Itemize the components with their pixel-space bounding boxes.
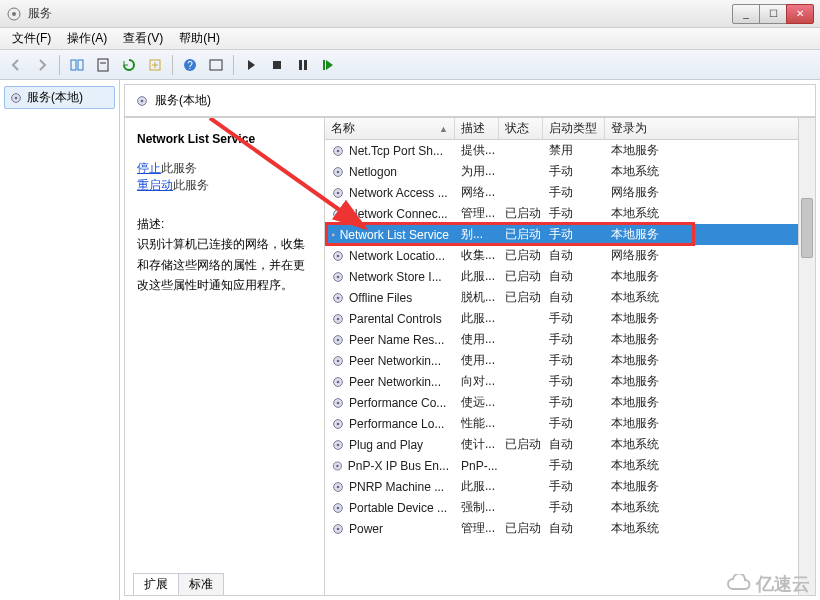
col-status[interactable]: 状态 <box>499 118 543 139</box>
service-row[interactable]: Parental Controls此服...手动本地服务 <box>325 308 815 329</box>
cell-logon: 本地服务 <box>605 478 815 495</box>
tab-standard[interactable]: 标准 <box>178 573 224 595</box>
svg-point-25 <box>337 191 340 194</box>
cell-desc: 管理... <box>455 205 499 222</box>
console-tree[interactable]: 服务(本地) <box>0 80 120 600</box>
properties-button[interactable] <box>91 53 115 77</box>
column-headers[interactable]: 名称▲ 描述 状态 启动类型 登录为 <box>325 118 815 140</box>
start-service-button[interactable] <box>239 53 263 77</box>
svg-point-39 <box>337 338 340 341</box>
service-row[interactable]: Performance Co...使远...手动本地服务 <box>325 392 815 413</box>
cell-name: Network List Service <box>325 228 455 242</box>
vertical-scrollbar[interactable] <box>798 118 815 595</box>
gear-icon <box>331 312 345 326</box>
cell-startup: 手动 <box>543 184 605 201</box>
service-row[interactable]: Portable Device ...强制...手动本地系统 <box>325 497 815 518</box>
cell-desc: 提供... <box>455 142 499 159</box>
svg-marker-10 <box>248 60 255 70</box>
refresh-button[interactable] <box>117 53 141 77</box>
cell-logon: 本地服务 <box>605 142 815 159</box>
separator <box>172 55 173 75</box>
cell-logon: 本地系统 <box>605 520 815 537</box>
service-row[interactable]: Performance Lo...性能...手动本地服务 <box>325 413 815 434</box>
gear-icon <box>9 91 23 105</box>
menu-view[interactable]: 查看(V) <box>115 28 171 49</box>
export-button[interactable] <box>143 53 167 77</box>
gear-icon <box>331 459 344 473</box>
desc-label: 描述: <box>137 214 312 234</box>
cell-logon: 本地服务 <box>605 394 815 411</box>
cell-logon: 本地系统 <box>605 163 815 180</box>
svg-point-43 <box>337 380 340 383</box>
stop-service-button[interactable] <box>265 53 289 77</box>
col-name[interactable]: 名称▲ <box>325 118 455 139</box>
gear-icon <box>6 6 22 22</box>
col-startup[interactable]: 启动类型 <box>543 118 605 139</box>
gear-icon <box>331 207 345 221</box>
menu-file[interactable]: 文件(F) <box>4 28 59 49</box>
gear-icon <box>331 375 345 389</box>
cell-name: Performance Lo... <box>325 417 455 431</box>
tab-extended[interactable]: 扩展 <box>133 573 179 595</box>
cell-desc: 此服... <box>455 268 499 285</box>
pause-service-button[interactable] <box>291 53 315 77</box>
menu-help[interactable]: 帮助(H) <box>171 28 228 49</box>
cell-logon: 网络服务 <box>605 247 815 264</box>
tree-node-services-local[interactable]: 服务(本地) <box>4 86 115 109</box>
svg-rect-15 <box>323 60 325 70</box>
service-row[interactable]: Peer Networkin...向对...手动本地服务 <box>325 371 815 392</box>
stop-link[interactable]: 停止 <box>137 161 161 175</box>
service-row[interactable]: Network Locatio...收集...已启动自动网络服务 <box>325 245 815 266</box>
service-row[interactable]: Network Connec...管理...已启动手动本地系统 <box>325 203 815 224</box>
service-row[interactable]: Network List Service别...已启动手动本地服务 <box>325 224 815 245</box>
service-row[interactable]: PNRP Machine ...此服...手动本地服务 <box>325 476 815 497</box>
scrollbar-thumb[interactable] <box>801 198 813 258</box>
separator <box>59 55 60 75</box>
service-row[interactable]: Peer Networkin...使用...手动本地服务 <box>325 350 815 371</box>
forward-button[interactable] <box>30 53 54 77</box>
tool-bar: ? <box>0 50 820 80</box>
props2-button[interactable] <box>204 53 228 77</box>
service-row[interactable]: Peer Name Res...使用...手动本地服务 <box>325 329 815 350</box>
service-row[interactable]: Power管理...已启动自动本地系统 <box>325 518 815 539</box>
cell-startup: 手动 <box>543 394 605 411</box>
cell-name: Plug and Play <box>325 438 455 452</box>
close-button[interactable]: ✕ <box>786 4 814 24</box>
col-desc[interactable]: 描述 <box>455 118 499 139</box>
svg-point-41 <box>337 359 340 362</box>
back-button[interactable] <box>4 53 28 77</box>
minimize-button[interactable]: _ <box>732 4 760 24</box>
cell-desc: 强制... <box>455 499 499 516</box>
svg-point-23 <box>337 170 340 173</box>
service-row[interactable]: Offline Files脱机...已启动自动本地系统 <box>325 287 815 308</box>
service-row[interactable]: Network Access ...网络...手动网络服务 <box>325 182 815 203</box>
cell-status: 已启动 <box>499 520 543 537</box>
service-row[interactable]: Netlogon为用...手动本地系统 <box>325 161 815 182</box>
svg-point-37 <box>337 317 340 320</box>
show-hide-tree-button[interactable] <box>65 53 89 77</box>
svg-point-49 <box>337 443 340 446</box>
cell-status: 已启动 <box>499 268 543 285</box>
menu-action[interactable]: 操作(A) <box>59 28 115 49</box>
cell-desc: 向对... <box>455 373 499 390</box>
service-row[interactable]: Plug and Play使计...已启动自动本地系统 <box>325 434 815 455</box>
cell-desc: 性能... <box>455 415 499 432</box>
cell-startup: 手动 <box>543 373 605 390</box>
gear-icon <box>331 249 345 263</box>
cell-startup: 手动 <box>543 331 605 348</box>
help-button[interactable]: ? <box>178 53 202 77</box>
restart-link[interactable]: 重启动 <box>137 178 173 192</box>
svg-point-27 <box>337 212 340 215</box>
cell-desc: 网络... <box>455 184 499 201</box>
restart-service-button[interactable] <box>317 53 341 77</box>
services-list[interactable]: 名称▲ 描述 状态 启动类型 登录为 Net.Tcp Port Sh...提供.… <box>325 118 815 595</box>
col-logon[interactable]: 登录为 <box>605 118 815 139</box>
svg-point-47 <box>337 422 340 425</box>
cell-name: Net.Tcp Port Sh... <box>325 144 455 158</box>
cell-desc: 别... <box>455 226 499 243</box>
cell-name: Network Store I... <box>325 270 455 284</box>
service-row[interactable]: PnP-X IP Bus En...PnP-...手动本地系统 <box>325 455 815 476</box>
service-row[interactable]: Network Store I...此服...已启动自动本地服务 <box>325 266 815 287</box>
service-row[interactable]: Net.Tcp Port Sh...提供...禁用本地服务 <box>325 140 815 161</box>
maximize-button[interactable]: ☐ <box>759 4 787 24</box>
